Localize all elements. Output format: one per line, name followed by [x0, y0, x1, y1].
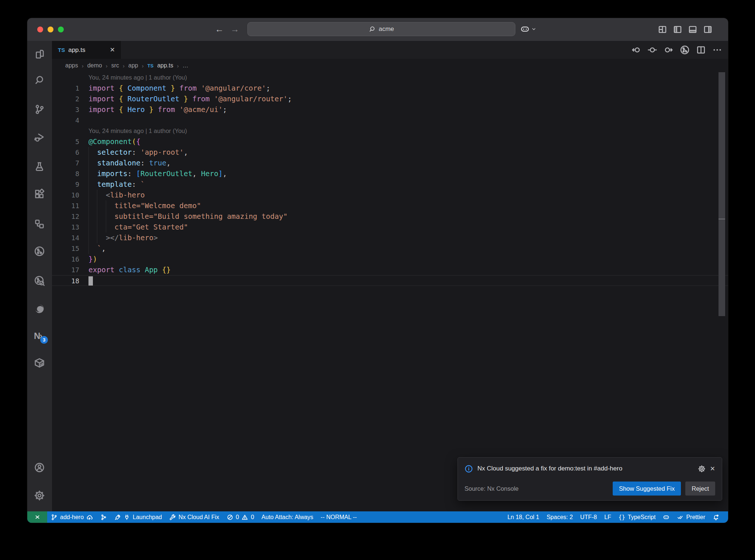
- navigate-forward-arrow[interactable]: →: [229, 24, 240, 35]
- code-line-3[interactable]: 3import { Hero } from '@acme/ui';: [52, 104, 728, 115]
- remote-indicator[interactable]: [27, 511, 47, 523]
- code-line-18[interactable]: 18: [52, 275, 728, 286]
- statusbar-eol[interactable]: LF: [601, 514, 615, 521]
- code-text: subtitle="Build something amazing today": [88, 211, 288, 222]
- breadcrumb-file[interactable]: app.ts: [157, 62, 173, 69]
- code-line-13[interactable]: 13 cta="Get Started": [52, 222, 728, 232]
- code-token: [88, 191, 106, 199]
- status-bar-left: add-heroLaunchpadNx Cloud AI Fix00Auto A…: [27, 511, 361, 523]
- activity-testing-icon[interactable]: [34, 161, 45, 172]
- customize-layout-icon[interactable]: [658, 25, 667, 34]
- statusbar-notifications-bell[interactable]: [709, 514, 723, 521]
- tab-app-ts[interactable]: TS app.ts ✕: [52, 41, 121, 59]
- activity-nx-icon[interactable]: N›3: [34, 330, 45, 342]
- breadcrumb-item-src[interactable]: src: [111, 62, 119, 69]
- split-editor-icon[interactable]: [696, 45, 706, 55]
- blame-annotation: You, 24 minutes ago | 1 author (You): [52, 126, 728, 136]
- statusbar-encoding[interactable]: UTF-8: [577, 514, 601, 521]
- notification-settings-gear-icon[interactable]: [698, 465, 706, 473]
- zoom-window-button[interactable]: [58, 27, 64, 32]
- tab-close-icon[interactable]: ✕: [110, 46, 115, 54]
- statusbar-nx-cloud-ai-fix[interactable]: Nx Cloud AI Fix: [166, 514, 223, 521]
- code-line-5[interactable]: 5@Component({: [52, 136, 728, 147]
- nav-current-icon[interactable]: [647, 45, 657, 55]
- command-center-text: acme: [379, 25, 394, 33]
- command-center-search[interactable]: acme: [247, 22, 515, 36]
- activity-run-debug-icon[interactable]: [34, 132, 45, 143]
- scrollbar-thumb[interactable]: [719, 72, 725, 316]
- breadcrumb-item-apps[interactable]: apps: [65, 62, 78, 69]
- code-text: imports: [RouterOutlet, Hero],: [88, 168, 227, 179]
- statusbar-auto-attach[interactable]: Auto Attach: Always: [258, 514, 317, 521]
- statusbar-git-graph[interactable]: [97, 514, 111, 521]
- code-line-2[interactable]: 2import { RouterOutlet } from '@angular/…: [52, 94, 728, 104]
- code-line-12[interactable]: 12 subtitle="Build something amazing tod…: [52, 211, 728, 222]
- titlebar: ← → acme: [27, 18, 728, 41]
- nx-run-target-icon[interactable]: [680, 45, 690, 55]
- code-line-1[interactable]: 1import { Component } from '@angular/cor…: [52, 83, 728, 94]
- code-token: ): [93, 255, 97, 263]
- activity-package-icon[interactable]: [34, 357, 45, 368]
- breadcrumb-item-demo[interactable]: demo: [87, 62, 102, 69]
- activity-account-icon[interactable]: [34, 462, 45, 473]
- code-token: :: [132, 148, 140, 157]
- code-token: '@angular/core': [201, 84, 266, 92]
- activity-source-control-icon[interactable]: [34, 104, 45, 115]
- statusbar-cursor-position[interactable]: Ln 18, Col 1: [504, 514, 543, 521]
- code-token: lib-hero: [119, 234, 153, 242]
- code-line-11[interactable]: 11 title="Welcmoe demo": [52, 200, 728, 211]
- tab-label: app.ts: [68, 46, 85, 54]
- toggle-panel-bottom-icon[interactable]: [688, 25, 697, 34]
- code-line-6[interactable]: 6 selector: 'app-root',: [52, 147, 728, 158]
- code-line-14[interactable]: 14 ></lib-hero>: [52, 232, 728, 243]
- code-line-10[interactable]: 10 <lib-hero: [52, 190, 728, 200]
- reject-button[interactable]: Reject: [685, 482, 715, 496]
- statusbar-formatter-prettier[interactable]: Prettier: [673, 514, 709, 521]
- navigate-back-arrow[interactable]: ←: [214, 24, 225, 35]
- code-editor[interactable]: You, 24 minutes ago | 1 author (You)1imp…: [52, 72, 728, 511]
- statusbar-launchpad[interactable]: Launchpad: [111, 514, 166, 521]
- activity-search-icon[interactable]: [34, 75, 45, 86]
- vertical-scrollbar[interactable]: [719, 72, 725, 511]
- breadcrumb-overflow[interactable]: …: [182, 62, 188, 69]
- minimize-window-button[interactable]: [48, 27, 53, 32]
- statusbar-git-branch[interactable]: add-hero: [47, 514, 97, 521]
- code-token: 'app-root': [140, 148, 184, 157]
- activity-extensions-icon[interactable]: [34, 189, 45, 200]
- toggle-panel-right-icon[interactable]: [703, 25, 713, 34]
- notification-close-icon[interactable]: ✕: [710, 465, 715, 473]
- code-line-7[interactable]: 7 standalone: true,: [52, 158, 728, 168]
- statusbar-language-mode[interactable]: {}TypeScript: [615, 514, 660, 521]
- code-token: subtitle="Build something amazing today": [88, 212, 288, 221]
- more-actions-icon[interactable]: [712, 45, 722, 55]
- code-token: {: [119, 95, 127, 103]
- statusbar-text: Launchpad: [133, 514, 162, 521]
- copilot-icon: [663, 514, 669, 521]
- code-line-15[interactable]: 15 `,: [52, 243, 728, 254]
- line-number: 11: [52, 200, 79, 211]
- code-line-8[interactable]: 8 imports: [RouterOutlet, Hero],: [52, 168, 728, 179]
- statusbar-problems[interactable]: 00: [223, 514, 258, 521]
- statusbar-copilot-status[interactable]: [659, 514, 673, 521]
- show-suggested-fix-button[interactable]: Show Suggested Fix: [613, 482, 681, 496]
- activity-nx-project-graph-icon[interactable]: [34, 275, 45, 286]
- blame-text: You, 24 minutes ago | 1 author (You): [88, 126, 187, 136]
- code-line-17[interactable]: 17export class App {}: [52, 265, 728, 275]
- code-line-16[interactable]: 16}): [52, 254, 728, 265]
- statusbar-indentation[interactable]: Spaces: 2: [543, 514, 577, 521]
- toggle-panel-left-icon[interactable]: [673, 25, 682, 34]
- activity-nx-console-icon[interactable]: [34, 246, 45, 257]
- code-line-4[interactable]: 4: [52, 115, 728, 126]
- breadcrumb-item-app[interactable]: app: [128, 62, 138, 69]
- activity-edge-browser-icon[interactable]: [34, 303, 45, 314]
- copilot-menu[interactable]: [520, 24, 536, 34]
- activity-explorer-icon[interactable]: [34, 49, 45, 60]
- activity-references-icon[interactable]: [34, 218, 45, 230]
- statusbar-vim-mode[interactable]: -- NORMAL --: [317, 514, 361, 521]
- close-window-button[interactable]: [37, 27, 43, 32]
- graph-icon: [100, 514, 107, 521]
- nav-back-icon[interactable]: [631, 45, 641, 55]
- nav-forward-icon[interactable]: [664, 45, 674, 55]
- activity-settings-icon[interactable]: [34, 490, 45, 501]
- code-line-9[interactable]: 9 template: `: [52, 179, 728, 190]
